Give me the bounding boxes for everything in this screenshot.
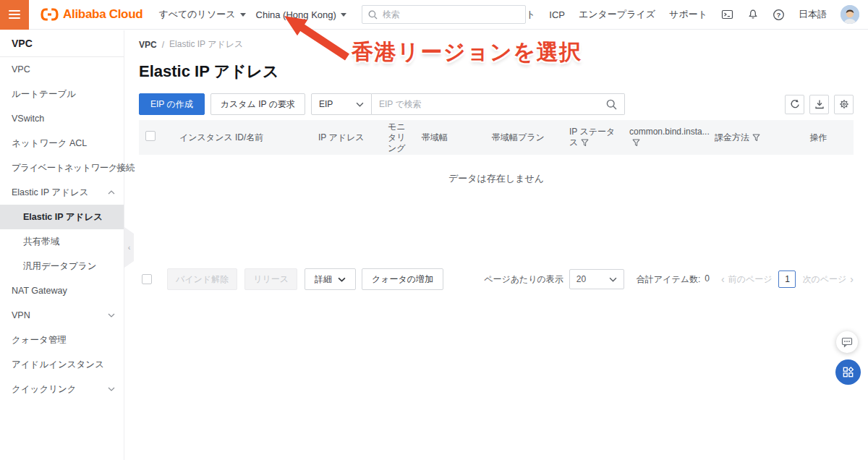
search-icon bbox=[606, 99, 617, 110]
sidebar-item-network-acl[interactable]: ネットワーク ACL bbox=[0, 131, 124, 156]
sidebar: VPC VPC ルートテーブル VSwitch ネットワーク ACL プライベー… bbox=[0, 30, 124, 460]
sidebar-item-nat-gateway[interactable]: NAT Gateway bbox=[0, 278, 124, 303]
breadcrumb-current: Elastic IP アドレス bbox=[169, 38, 243, 51]
hamburger-menu-button[interactable] bbox=[0, 0, 29, 30]
sidebar-title: VPC bbox=[0, 30, 124, 57]
column-settings-button[interactable] bbox=[834, 95, 854, 114]
unbind-button[interactable]: バインド解除 bbox=[167, 268, 237, 290]
chevron-down-icon bbox=[609, 277, 617, 282]
total-items: 合計アイテム数:0 bbox=[637, 273, 710, 286]
help-icon[interactable]: ? bbox=[773, 9, 785, 21]
chevron-left-icon: ‹ bbox=[721, 274, 725, 284]
menu-enterprise[interactable]: エンタープライズ bbox=[579, 8, 655, 21]
column-ip-address: IP アドレス bbox=[318, 132, 388, 143]
column-bind-instance: common.bind.insta... bbox=[629, 127, 715, 148]
chevron-right-icon: › bbox=[850, 274, 854, 284]
increase-quota-button[interactable]: クォータの増加 bbox=[362, 268, 443, 290]
apps-icon bbox=[842, 366, 854, 378]
sidebar-item-route-table[interactable]: ルートテーブル bbox=[0, 82, 124, 106]
create-eip-button[interactable]: EIP の作成 bbox=[139, 93, 205, 115]
chevron-down-icon bbox=[116, 166, 122, 170]
avatar[interactable] bbox=[841, 5, 859, 24]
refresh-button[interactable] bbox=[785, 95, 804, 114]
resource-group-selector[interactable]: すべてのリソース bbox=[158, 8, 245, 21]
table-empty-message: データは存在しません bbox=[139, 155, 854, 172]
sidebar-item-eip-group[interactable]: Elastic IP アドレス bbox=[0, 180, 124, 205]
eip-search-input[interactable] bbox=[379, 99, 606, 109]
chevron-down-icon bbox=[108, 313, 115, 318]
filter-funnel-icon[interactable] bbox=[632, 139, 640, 147]
column-ip-status: IP ステータス bbox=[569, 127, 629, 148]
sidebar-item-vswitch[interactable]: VSwitch bbox=[0, 106, 124, 131]
sidebar-item-quick-links[interactable]: クイックリンク bbox=[0, 377, 124, 401]
sidebar-item-vpn[interactable]: VPN bbox=[0, 303, 124, 328]
top-header: Alibaba Cloud すべてのリソース China (Hong Kong)… bbox=[0, 0, 868, 30]
search-icon bbox=[368, 10, 378, 20]
prev-page-button[interactable]: ‹ 前のページ bbox=[721, 273, 773, 286]
next-page-button[interactable]: 次のページ › bbox=[802, 273, 854, 286]
feedback-icon bbox=[841, 336, 853, 348]
toolbar: EIP の作成 カスタム IP の要求 EIP bbox=[139, 93, 854, 115]
column-billing-method: 課金方法 bbox=[715, 132, 789, 143]
column-actions: 操作 bbox=[789, 132, 854, 143]
menu-support[interactable]: サポート bbox=[669, 8, 707, 21]
search-type-select[interactable]: EIP bbox=[311, 93, 372, 115]
chevron-down-icon bbox=[356, 102, 364, 107]
main-content: VPC / Elastic IP アドレス Elastic IP アドレス EI… bbox=[125, 30, 868, 460]
sidebar-item-data-transfer-plan[interactable]: 汎用データプラン bbox=[0, 254, 124, 278]
sidebar-item-eip[interactable]: Elastic IP アドレス bbox=[0, 205, 124, 229]
breadcrumb-vpc[interactable]: VPC bbox=[139, 40, 157, 50]
release-button[interactable]: リリース bbox=[244, 268, 297, 290]
sidebar-item-vpc[interactable]: VPC bbox=[0, 57, 124, 82]
request-custom-ip-button[interactable]: カスタム IP の要求 bbox=[210, 93, 305, 115]
gear-icon bbox=[839, 99, 849, 109]
per-page-label: ページあたりの表示 bbox=[484, 273, 563, 286]
global-search-box[interactable] bbox=[362, 5, 526, 24]
column-bandwidth: 帯域幅 bbox=[422, 132, 492, 143]
caret-down-icon bbox=[240, 13, 246, 17]
logo-text: Alibaba Cloud bbox=[63, 7, 142, 22]
refresh-icon bbox=[790, 99, 800, 109]
sidebar-item-private-network-connection[interactable]: プライベートネットワーク接続 bbox=[0, 156, 124, 180]
filter-funnel-icon[interactable] bbox=[752, 134, 760, 142]
sidebar-collapse-handle[interactable]: ‹ bbox=[124, 227, 134, 268]
breadcrumb: VPC / Elastic IP アドレス bbox=[139, 38, 854, 51]
more-actions-button[interactable]: 詳細 bbox=[305, 268, 356, 290]
caret-down-icon bbox=[341, 13, 346, 17]
menu-icp[interactable]: ICP bbox=[549, 9, 565, 20]
chevron-down-icon bbox=[338, 277, 346, 282]
filter-funnel-icon[interactable] bbox=[581, 139, 589, 147]
region-selector[interactable]: China (Hong Kong) bbox=[256, 9, 346, 20]
alibaba-cloud-logo[interactable]: Alibaba Cloud bbox=[40, 7, 142, 22]
column-monitoring: モニタリング bbox=[388, 122, 422, 154]
sidebar-item-quota-management[interactable]: クォータ管理 bbox=[0, 328, 124, 352]
table-action-bar: バインド解除 リリース 詳細 クォータの増加 ページあたりの表示 20 合計アイ… bbox=[139, 268, 854, 290]
column-instance-id: インスタンス ID/名前 bbox=[179, 132, 318, 143]
hamburger-icon bbox=[9, 10, 20, 12]
global-search-input[interactable] bbox=[383, 9, 519, 20]
pagination: ページあたりの表示 20 合計アイテム数:0 ‹ 前のページ 1 次のページ › bbox=[484, 269, 854, 289]
footer-select-all-checkbox[interactable] bbox=[142, 274, 152, 284]
sidebar-item-idle-instances[interactable]: アイドルインスタンス bbox=[0, 352, 124, 377]
sidebar-item-shared-bandwidth[interactable]: 共有帯域 bbox=[0, 229, 124, 254]
table-header: インスタンス ID/名前 IP アドレス モニタリング 帯域幅 帯域幅プラン I… bbox=[139, 120, 854, 155]
export-button[interactable] bbox=[809, 95, 829, 114]
download-icon bbox=[814, 99, 825, 109]
bell-icon[interactable] bbox=[747, 9, 759, 20]
column-bandwidth-plan: 帯域幅プラン bbox=[492, 132, 569, 143]
chevron-down-icon bbox=[108, 387, 115, 391]
alibaba-cloud-logo-icon bbox=[40, 8, 59, 21]
chevron-up-icon bbox=[108, 190, 115, 195]
eip-search-box[interactable] bbox=[372, 93, 625, 115]
feedback-button[interactable] bbox=[836, 331, 858, 353]
page-title: Elastic IP アドレス bbox=[139, 61, 854, 81]
per-page-select[interactable]: 20 bbox=[569, 269, 624, 289]
svg-text:?: ? bbox=[777, 10, 781, 18]
terminal-icon[interactable] bbox=[721, 9, 733, 20]
current-page-button[interactable]: 1 bbox=[778, 271, 796, 288]
language-selector[interactable]: 日本語 bbox=[799, 8, 827, 21]
select-all-checkbox[interactable] bbox=[145, 131, 156, 141]
apps-launcher-button[interactable] bbox=[835, 359, 861, 385]
